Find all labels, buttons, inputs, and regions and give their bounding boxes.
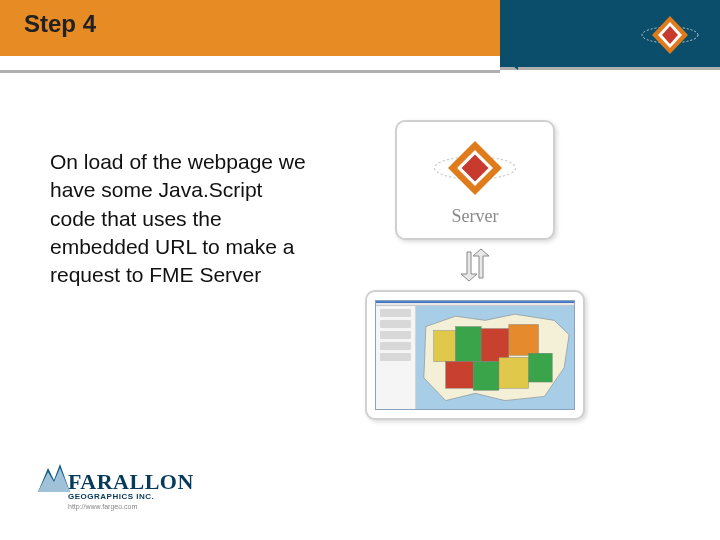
farallon-mark-icon xyxy=(34,458,74,498)
svg-rect-16 xyxy=(529,354,553,383)
map-canvas-icon xyxy=(416,306,574,409)
header-notch xyxy=(500,56,518,70)
slide-title: Step 4 xyxy=(24,10,96,38)
server-card: Server xyxy=(395,120,555,240)
window-sidebar xyxy=(376,306,416,409)
server-label: Server xyxy=(452,206,499,227)
footer-brand: FARALLON xyxy=(68,472,210,492)
svg-rect-10 xyxy=(456,327,482,362)
farallon-logo: FARALLON GEOGRAPHICS INC. http://www.far… xyxy=(40,472,210,510)
browser-card xyxy=(365,290,585,420)
fme-server-logo-icon xyxy=(430,134,520,202)
footer-url: http://www.fargeo.com xyxy=(68,503,210,510)
bidirectional-arrows-icon xyxy=(360,248,590,282)
svg-rect-12 xyxy=(509,325,539,356)
slide-body-text: On load of the webpage we have some Java… xyxy=(50,148,310,290)
header-rule xyxy=(0,70,500,73)
browser-window-icon xyxy=(375,300,575,410)
diagram: Server xyxy=(360,120,590,420)
fme-logo-icon xyxy=(640,8,700,62)
svg-rect-15 xyxy=(499,358,529,389)
svg-rect-9 xyxy=(434,331,456,362)
svg-rect-13 xyxy=(446,362,474,389)
svg-rect-14 xyxy=(473,362,499,391)
svg-rect-11 xyxy=(481,329,509,362)
slide-header: Step 4 xyxy=(0,0,720,70)
